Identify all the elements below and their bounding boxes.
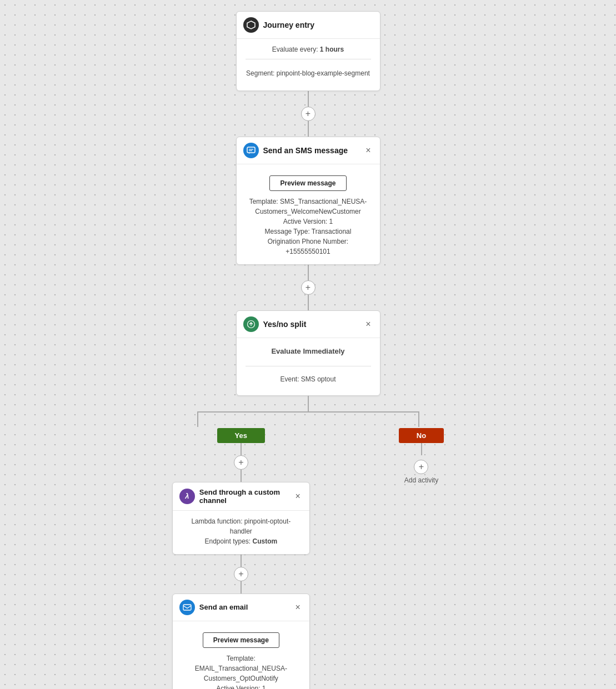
email-header: Send an email × <box>173 594 309 621</box>
endpoint-types: Endpoint types: Custom <box>182 536 301 546</box>
yes-v-line <box>241 443 242 455</box>
email-template: Template: EMAIL_Transactional_NEUSA-Cust… <box>182 653 301 683</box>
sms-title: Send an SMS message <box>263 146 359 155</box>
add-yes-step-button[interactable]: + <box>234 455 248 470</box>
sms-close-button[interactable]: × <box>363 145 373 156</box>
add-yes-step2-button[interactable]: + <box>234 567 248 581</box>
split-section: Yes + λ Send through a custom channel × … <box>0 396 616 690</box>
sms-active-version: Active Version: 1 <box>246 217 371 227</box>
split-body: Evaluate Immediately Event: SMS optout <box>237 338 380 395</box>
sms-icon <box>243 143 259 158</box>
svg-rect-1 <box>247 147 255 153</box>
yes-label[interactable]: Yes <box>217 428 265 443</box>
custom-channel-close-button[interactable]: × <box>293 491 302 502</box>
split-branches: Yes + λ Send through a custom channel × … <box>0 428 616 690</box>
split-header: Yes/no split × <box>237 311 380 338</box>
split-h-connector <box>197 411 419 413</box>
sms-origination: Origination Phone Number: +15555550101 <box>246 237 371 257</box>
evaluate-immediately: Evaluate Immediately <box>246 344 371 361</box>
line-1 <box>308 91 309 107</box>
split-title: Yes/no split <box>263 320 359 329</box>
journey-entry-title: Journey entry <box>263 21 373 29</box>
sms-body: Preview message Template: SMS_Transactio… <box>237 164 380 264</box>
split-divider <box>246 366 371 366</box>
custom-channel-body: Lambda function: pinpoint-optout-handler… <box>173 510 309 554</box>
split-v-line <box>308 396 309 411</box>
custom-channel-header: λ Send through a custom channel × <box>173 482 309 510</box>
email-card: Send an email × Preview message Template… <box>172 594 310 690</box>
divider <box>246 59 371 59</box>
email-active-version: Active Version: 1 <box>182 683 301 690</box>
no-label[interactable]: No <box>399 428 444 443</box>
custom-channel-card: λ Send through a custom channel × Lambda… <box>172 482 310 555</box>
yes-no-split-card: Yes/no split × Evaluate Immediately Even… <box>236 310 380 396</box>
email-close-button[interactable]: × <box>293 602 302 613</box>
lambda-icon: λ <box>179 489 195 504</box>
yes-branch: Yes + λ Send through a custom channel × … <box>172 428 310 690</box>
sms-message-type: Message Type: Transactional <box>246 227 371 237</box>
no-add-activity-label: Add activity <box>404 476 438 484</box>
sms-card: Send an SMS message × Preview message Te… <box>236 137 380 265</box>
svg-rect-5 <box>183 605 191 610</box>
sms-template: Template: SMS_Transactional_NEUSA-Custom… <box>246 197 371 217</box>
flow-container: Journey entry Evaluate every: 1 hours Se… <box>0 0 616 689</box>
sms-preview-button[interactable]: Preview message <box>269 175 346 191</box>
journey-entry-body: Evaluate every: 1 hours Segment: pinpoin… <box>237 38 380 90</box>
no-add-activity-button[interactable]: + <box>414 460 428 474</box>
segment-label: Segment: pinpoint-blog-example-segment <box>246 64 371 83</box>
yes-v-line3 <box>241 555 242 567</box>
lambda-function: Lambda function: pinpoint-optout-handler <box>182 516 301 536</box>
yes-v-line4 <box>241 581 242 594</box>
email-body: Preview message Template: EMAIL_Transact… <box>173 621 309 690</box>
no-branch: No + Add activity <box>399 428 444 484</box>
custom-channel-title: Send through a custom channel <box>199 488 289 505</box>
email-preview-button[interactable]: Preview message <box>203 632 279 648</box>
journey-entry-card: Journey entry Evaluate every: 1 hours Se… <box>236 11 380 91</box>
email-icon <box>179 600 195 615</box>
journey-entry-header: Journey entry <box>237 12 380 38</box>
add-step-1-button[interactable]: + <box>301 107 315 121</box>
no-add-activity[interactable]: + Add activity <box>404 460 438 484</box>
line-2 <box>308 121 309 137</box>
yes-v-line2 <box>241 470 242 482</box>
connector-2: + <box>301 265 315 310</box>
split-close-button[interactable]: × <box>363 319 373 330</box>
connector-1: + <box>301 91 315 137</box>
no-v-line <box>421 443 422 455</box>
email-title: Send an email <box>199 603 289 611</box>
evaluate-every: Evaluate every: 1 hours <box>246 44 371 54</box>
journey-icon <box>243 17 259 33</box>
split-icon <box>243 316 259 332</box>
event-sms-optout: Event: SMS optout <box>246 371 371 388</box>
svg-marker-0 <box>247 21 255 29</box>
sms-header: Send an SMS message × <box>237 137 380 164</box>
line-4 <box>308 295 309 310</box>
add-step-2-button[interactable]: + <box>301 280 315 295</box>
line-3 <box>308 265 309 280</box>
